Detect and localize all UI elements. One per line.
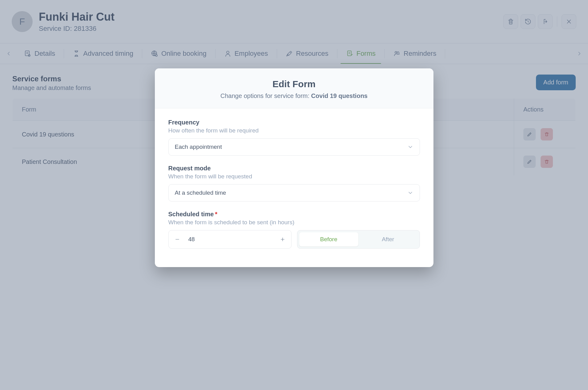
frequency-select[interactable]: Each appointment — [168, 138, 420, 156]
frequency-desc: How often the form will be required — [168, 127, 420, 134]
request-mode-label: Request mode — [168, 165, 420, 172]
toggle-before[interactable]: Before — [299, 232, 359, 246]
select-value: Each appointment — [175, 144, 222, 150]
request-mode-desc: When the form will be requested — [168, 173, 420, 180]
stepper-increment[interactable] — [274, 232, 291, 247]
request-mode-select[interactable]: At a scheduled time — [168, 184, 420, 201]
modal-subtitle: Change options for service form: Covid 1… — [164, 92, 424, 100]
required-star: * — [215, 211, 217, 217]
edit-form-modal: Edit Form Change options for service for… — [155, 68, 433, 267]
scheduled-label: Scheduled time* — [168, 211, 420, 218]
modal-overlay[interactable]: Edit Form Change options for service for… — [0, 0, 588, 390]
chevron-down-icon — [407, 190, 413, 196]
plus-icon — [280, 237, 285, 242]
minus-icon — [175, 237, 180, 242]
frequency-label: Frequency — [168, 119, 420, 126]
stepper-decrement[interactable] — [169, 232, 186, 247]
toggle-after[interactable]: After — [358, 232, 418, 246]
chevron-down-icon — [407, 144, 413, 150]
modal-title: Edit Form — [164, 79, 424, 89]
scheduled-desc: When the form is scheduled to be sent (i… — [168, 219, 420, 226]
hours-stepper[interactable]: 48 — [168, 230, 292, 249]
select-value: At a scheduled time — [175, 189, 226, 196]
before-after-toggle[interactable]: Before After — [297, 230, 420, 249]
stepper-value: 48 — [186, 236, 195, 243]
